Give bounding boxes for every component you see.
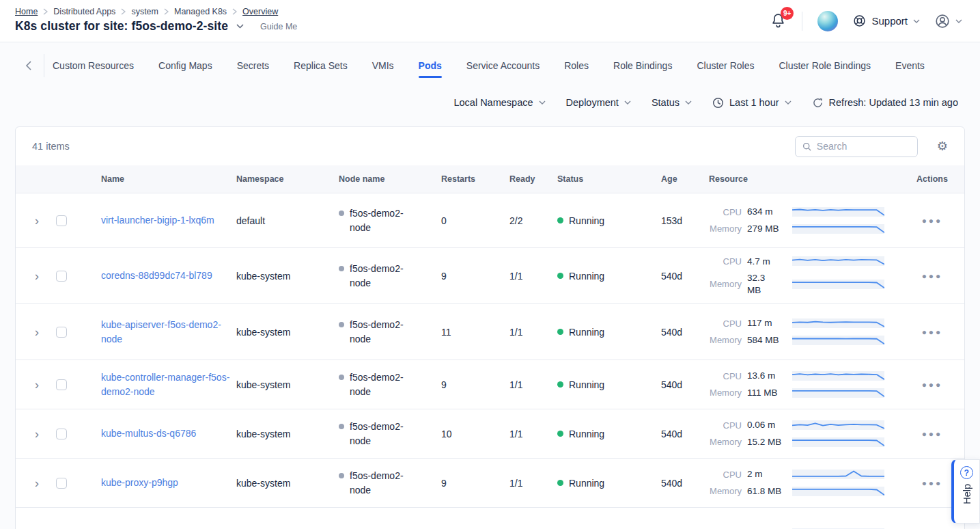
table-body: › virt-launcher-bigip-1-lxq6m default f5… (16, 193, 964, 529)
pod-name-link[interactable]: kube-proxy-p9hgp (101, 476, 178, 489)
pod-name-link[interactable]: kube-controller-manager-f5os-demo2-node (101, 370, 236, 398)
chevron-down-icon (237, 25, 243, 28)
memory-sparkline-chart (792, 388, 884, 398)
status-badge: Running (569, 379, 604, 390)
row-actions-menu-icon[interactable]: ●●● (922, 216, 943, 226)
memory-value: 15.2 MB (747, 436, 787, 448)
row-checkbox[interactable] (56, 215, 67, 226)
status-running-dot-icon (557, 273, 563, 279)
column-header-status[interactable]: Status (557, 174, 661, 184)
status-running-dot-icon (557, 329, 563, 335)
tab-roles[interactable]: Roles (564, 57, 589, 74)
tab-cluster-role-bindings[interactable]: Cluster Role Bindings (779, 57, 871, 74)
row-expand-chevron-icon[interactable]: › (32, 377, 42, 392)
breadcrumb-item[interactable]: Home (15, 7, 38, 16)
tab-secrets[interactable]: Secrets (237, 57, 269, 74)
row-actions-menu-icon[interactable]: ●●● (922, 271, 943, 281)
title-dropdown-caret[interactable] (235, 23, 245, 30)
age-cell: 153d (661, 215, 709, 226)
notifications-button[interactable]: 9+ (770, 12, 787, 30)
tab-pods[interactable]: Pods (419, 57, 442, 74)
chevron-left-icon (27, 62, 31, 70)
breadcrumb-item: system (131, 7, 158, 16)
status-filter-dropdown[interactable]: Status (652, 97, 692, 108)
restarts-cell: 9 (441, 271, 509, 282)
column-header-node-name[interactable]: Node name (339, 174, 441, 184)
cpu-sparkline-chart (792, 371, 884, 381)
gear-icon[interactable]: ⚙ (937, 140, 948, 152)
tabs-scroll-left-button[interactable] (19, 57, 37, 74)
tab-custom-resources[interactable]: Custom Resources (53, 57, 134, 74)
chevron-down-icon (686, 101, 691, 104)
node-name-cell: f5os-demo2-node (339, 526, 441, 529)
pod-name-link[interactable]: coredns-88d99dc74-bl789 (101, 269, 212, 282)
column-header-restarts[interactable]: Restarts (441, 174, 509, 184)
row-checkbox[interactable] (56, 379, 67, 390)
namespace-filter-dropdown[interactable]: Local Namespace (453, 97, 545, 108)
user-menu[interactable] (935, 14, 962, 29)
chevron-down-icon (956, 20, 962, 23)
tab-replica-sets[interactable]: Replica Sets (294, 57, 348, 74)
time-range-dropdown[interactable]: Last 1 hour (712, 97, 792, 109)
guide-me-link[interactable]: Guide Me (260, 22, 297, 31)
memory-label: Memory (709, 279, 742, 289)
cpu-value: 117 m (747, 317, 787, 329)
row-checkbox[interactable] (56, 271, 67, 282)
support-menu[interactable]: Support (853, 14, 920, 27)
row-checkbox[interactable] (56, 327, 67, 338)
breadcrumb-item[interactable]: Overview (242, 7, 278, 16)
cpu-value: 634 m (747, 206, 787, 218)
row-actions-menu-icon[interactable]: ●●● (922, 478, 943, 488)
memory-label: Memory (709, 388, 742, 398)
table-row: › kube-scheduler-f5os-demo2-node kube-sy… (16, 507, 964, 529)
ready-cell: 1/1 (509, 327, 557, 338)
column-header-namespace[interactable]: Namespace (236, 174, 339, 184)
help-button[interactable]: ? Help (951, 459, 980, 524)
row-expand-chevron-icon[interactable]: › (32, 324, 42, 340)
pod-name-link[interactable]: kube-scheduler-f5os-demo2-node (101, 526, 236, 529)
support-label: Support (871, 15, 908, 27)
column-header-age[interactable]: Age (661, 174, 709, 184)
row-checkbox[interactable] (56, 429, 67, 439)
tab-bar-items: Custom ResourcesConfig MapsSecretsReplic… (53, 57, 925, 74)
row-expand-chevron-icon[interactable]: › (32, 426, 42, 442)
memory-label: Memory (709, 486, 742, 496)
ai-assistant-icon[interactable] (817, 11, 838, 31)
tab-vmis[interactable]: VMIs (372, 57, 394, 74)
column-header-name[interactable]: Name (76, 174, 236, 184)
column-header-actions[interactable]: Actions (900, 174, 964, 184)
deployment-filter-dropdown[interactable]: Deployment (566, 97, 631, 108)
status-cell: Running (557, 379, 661, 390)
tab-role-bindings[interactable]: Role Bindings (613, 57, 672, 74)
chevron-down-icon (625, 101, 630, 104)
tab-events[interactable]: Events (895, 57, 925, 74)
row-expand-chevron-icon[interactable]: › (32, 268, 42, 284)
pod-name-link[interactable]: virt-launcher-bigip-1-lxq6m (101, 213, 214, 227)
memory-value: 61.8 MB (747, 485, 787, 498)
row-expand-chevron-icon[interactable]: › (32, 213, 42, 228)
page-title: K8s cluster for site: f5os-demo-2-site (15, 19, 228, 33)
memory-value: 279 MB (747, 223, 787, 235)
pod-name-link[interactable]: kube-apiserver-f5os-demo2-node (101, 318, 236, 346)
cpu-label: CPU (709, 318, 742, 329)
row-actions-menu-icon[interactable]: ●●● (922, 327, 943, 337)
tab-service-accounts[interactable]: Service Accounts (466, 57, 540, 74)
filter-bar: Local Namespace Deployment Status Last 1… (453, 92, 958, 113)
node-dot-icon (339, 375, 344, 380)
column-header-ready[interactable]: Ready (509, 174, 557, 184)
tab-config-maps[interactable]: Config Maps (158, 57, 212, 74)
memory-label: Memory (709, 223, 742, 234)
tab-cluster-roles[interactable]: Cluster Roles (697, 57, 754, 74)
ready-cell: 2/2 (509, 215, 557, 226)
node-dot-icon (339, 266, 344, 271)
row-actions-menu-icon[interactable]: ●●● (922, 429, 943, 439)
pod-name-link[interactable]: kube-multus-ds-q6786 (101, 426, 196, 440)
row-actions-menu-icon[interactable]: ●●● (922, 380, 943, 390)
table-row: › virt-launcher-bigip-1-lxq6m default f5… (16, 193, 964, 247)
search-input[interactable] (817, 141, 910, 152)
column-header-resource[interactable]: Resource (709, 174, 900, 184)
cpu-label: CPU (709, 207, 742, 217)
row-checkbox[interactable] (56, 478, 67, 489)
refresh-button[interactable]: Refresh: Updated 13 min ago (812, 97, 958, 109)
row-expand-chevron-icon[interactable]: › (32, 475, 42, 491)
